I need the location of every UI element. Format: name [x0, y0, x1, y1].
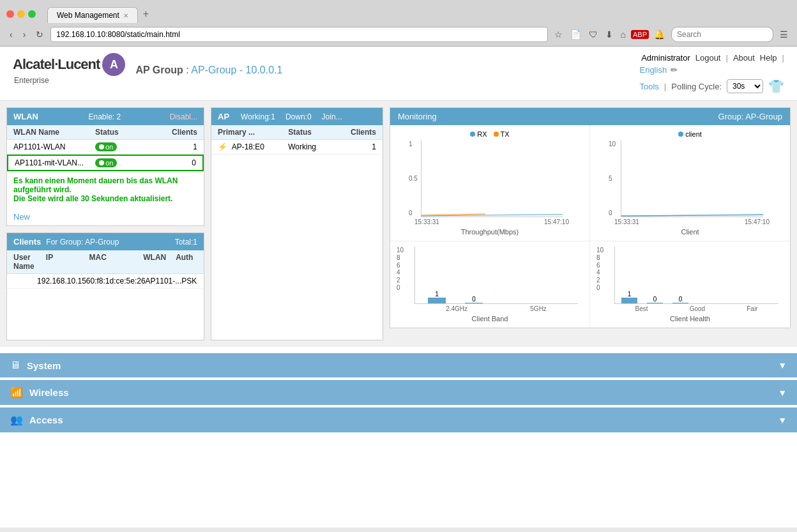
wlan-title: WLAN — [13, 112, 38, 121]
reload-button[interactable]: ↻ — [33, 27, 47, 42]
wireless-arrow: ▼ — [778, 388, 787, 398]
search-input[interactable] — [671, 27, 773, 42]
accordion-header-system[interactable]: 🖥 System ▼ — [0, 353, 797, 377]
access-arrow: ▼ — [778, 415, 787, 425]
app-header: Alcatel·Lucent A Enterprise AP Group : A… — [0, 47, 797, 101]
monitoring-title: Monitoring — [398, 112, 437, 121]
accordion-item-access: 👥 Access ▼ — [0, 407, 797, 432]
accordion-header-wireless[interactable]: 📶 Wireless ▼ — [0, 380, 797, 405]
ap-col-primary: Primary ... — [218, 128, 288, 137]
wlan-name: AP1101-mit-VLAN... — [15, 158, 95, 167]
ap-col-clients: Clients — [341, 128, 376, 137]
wlan-col-name: WLAN Name — [13, 128, 95, 137]
system-icon: 🖥 — [10, 360, 20, 371]
throughput-chart: RX TX 1 0.5 0 — [390, 125, 590, 241]
left-panels: WLAN Enable: 2 Disabl... WLAN Name Statu… — [6, 107, 204, 340]
reader-icon[interactable]: 📄 — [568, 28, 584, 41]
wlan-panel-header: WLAN Enable: 2 Disabl... — [7, 108, 204, 125]
client-health-chart: 1086420 1 0 — [590, 241, 790, 328]
client-line-label: Client — [595, 228, 785, 236]
home-icon[interactable]: ⌂ — [618, 28, 628, 41]
wlan-table-row[interactable]: AP1101-mit-VLAN... on . 0 — [7, 155, 204, 171]
address-bar[interactable] — [50, 27, 547, 42]
charts-grid: RX TX 1 0.5 0 — [390, 125, 790, 328]
clients-panel: Clients For Group: AP-Group Total:1 User… — [6, 232, 204, 340]
accordion-item-system: 🖥 System ▼ — [0, 353, 797, 377]
polling-select[interactable]: 30s 60s 120s — [727, 79, 763, 93]
wlan-panel: WLAN Enable: 2 Disabl... WLAN Name Statu… — [6, 107, 204, 226]
client-line-chart: client 10 5 0 — [590, 125, 790, 241]
help-link[interactable]: Help — [760, 53, 777, 63]
tools-link[interactable]: Tools — [639, 82, 658, 91]
client-mac: 60:f8:1d:ce:5e:26 — [86, 277, 146, 285]
ap-table-row[interactable]: ⚡ AP-18:E0 Working 1 — [211, 140, 383, 155]
new-wlan-link[interactable]: New — [7, 208, 204, 225]
col-mac: MAC — [89, 253, 144, 271]
menu-icon[interactable]: ☰ — [777, 28, 791, 41]
logo-text: Alcatel·Lucent — [13, 56, 100, 73]
band-y-labels: 1086420 — [397, 247, 404, 291]
download-icon[interactable]: ⬇ — [603, 28, 616, 41]
wlan-status[interactable]: on . — [95, 142, 156, 151]
band-bar-5ghz — [465, 303, 483, 303]
access-icon: 👥 — [10, 414, 23, 426]
language-edit-icon[interactable]: ✏ — [671, 65, 678, 75]
band-bar-24ghz — [428, 298, 446, 303]
band-bars: 1 0 — [414, 247, 578, 304]
monitoring-container: Monitoring Group: AP-Group RX TX — [390, 107, 791, 328]
notification-icon[interactable]: 🔔 — [651, 28, 667, 41]
ap-clients: 1 — [341, 142, 376, 151]
monitoring-header: Monitoring Group: AP-Group — [390, 108, 790, 125]
minimize-button[interactable] — [17, 10, 25, 18]
language-label[interactable]: English — [639, 65, 667, 75]
wlan-status[interactable]: on . — [95, 158, 156, 167]
wlan-name: AP1101-WLAN — [13, 142, 95, 151]
monitoring-group: Group: AP-Group — [718, 112, 782, 121]
accordion-header-access[interactable]: 👥 Access ▼ — [0, 407, 797, 432]
ap-col-status: Status — [288, 128, 341, 137]
logo-icon: A — [102, 53, 125, 76]
health-bars: 1 0 0 — [614, 247, 778, 304]
system-title: System — [27, 360, 61, 371]
back-button[interactable]: ‹ — [6, 27, 16, 42]
ap-group-title: AP Group : AP-Group - 10.0.0.1 — [135, 65, 282, 76]
polling-label: Polling Cycle: — [671, 82, 722, 91]
maximize-button[interactable] — [28, 10, 36, 18]
col-username: User Name — [13, 253, 46, 271]
close-button[interactable] — [6, 10, 14, 18]
throughput-chart-area: 1 0.5 0 — [421, 141, 563, 217]
wlan-clients: 1 — [156, 142, 197, 151]
shield-icon[interactable]: 🛡 — [586, 28, 600, 41]
ap-working: Working:1 — [241, 112, 275, 121]
wlan-enable-count: Enable: 2 — [88, 112, 121, 121]
about-link[interactable]: About — [733, 53, 755, 63]
client-band-chart: 1086420 1 0 — [390, 241, 590, 328]
access-title: Access — [29, 414, 63, 425]
ap-down: Down:0 — [285, 112, 312, 121]
browser-tab[interactable]: Web Management ✕ — [47, 7, 138, 23]
logout-link[interactable]: Logout — [695, 53, 721, 63]
accordion-item-wireless: 📶 Wireless ▼ — [0, 380, 797, 405]
wlan-clients: 0 — [156, 158, 196, 167]
monitoring-panel: Monitoring Group: AP-Group RX TX — [390, 107, 791, 340]
client-health-label: Client Health — [595, 315, 785, 323]
clients-table-header: User Name IP MAC WLAN Auth — [7, 250, 204, 274]
wireless-title: Wireless — [29, 387, 69, 398]
bookmark-icon[interactable]: ☆ — [552, 28, 565, 41]
client-ip: 192.168.10.15 — [37, 277, 86, 285]
new-tab-button[interactable]: + — [138, 5, 154, 23]
shirt-icon[interactable]: 👕 — [768, 79, 784, 94]
tab-close-button[interactable]: ✕ — [123, 12, 128, 19]
adblock-icon: ABP — [631, 30, 649, 39]
wlan-disable-count: Disabl... — [170, 112, 197, 121]
wlan-table-row[interactable]: AP1101-WLAN on . 1 — [7, 140, 204, 155]
clients-table-row[interactable]: 192.168.10.15 60:f8:1d:ce:5e:26 AP1101-.… — [7, 274, 204, 289]
health-y-labels: 1086420 — [596, 247, 603, 291]
forward-button[interactable]: › — [20, 27, 29, 42]
main-content: WLAN Enable: 2 Disabl... WLAN Name Statu… — [0, 101, 797, 347]
ap-primary: ⚡ AP-18:E0 — [218, 142, 288, 151]
accordion: 🖥 System ▼ 📶 Wireless ▼ 👥 Access — [0, 353, 797, 432]
health-bar-best — [621, 298, 637, 303]
wlan-col-clients: Clients — [156, 128, 197, 137]
ap-status: Working — [288, 142, 341, 151]
